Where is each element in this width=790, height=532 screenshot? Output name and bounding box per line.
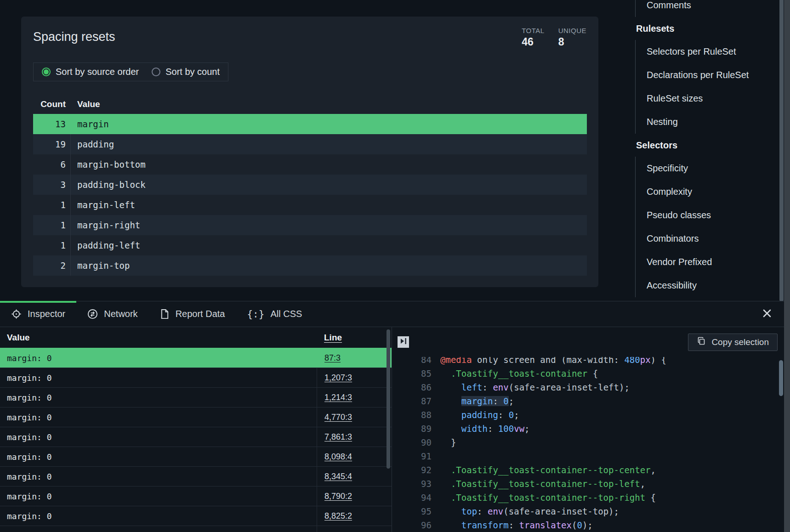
- sidebar-item-comments[interactable]: Comments: [636, 0, 779, 17]
- inspector-row[interactable]: margin: 01,214:3: [0, 387, 392, 407]
- code-token: top: [461, 506, 477, 516]
- code-text: .Toastify__toast-container--top-right {: [440, 491, 656, 504]
- braces-icon: {:}: [247, 309, 264, 320]
- code-token: transform: [461, 520, 509, 530]
- sidebar-item-combinators[interactable]: Combinators: [636, 227, 779, 250]
- code-token: ;: [509, 396, 514, 406]
- line-link[interactable]: 1,207:3: [324, 373, 352, 383]
- spacing-count-cell: 19: [33, 139, 66, 149]
- spacing-count-cell: 6: [33, 159, 66, 170]
- inspector-line-cell: 8,825:2: [317, 506, 392, 526]
- inspector-line-cell: 4,770:3: [317, 407, 392, 427]
- close-icon: [762, 308, 772, 320]
- sidebar-item-pseudo-classes[interactable]: Pseudo classes: [636, 204, 779, 227]
- line-link[interactable]: 1,214:3: [324, 393, 352, 402]
- sidebar-item-vendor-prefixed[interactable]: Vendor Prefixed: [636, 250, 779, 274]
- inspector-value-cell: margin: 0: [0, 407, 317, 427]
- inspector-row[interactable]: margin: 08,790:2: [0, 486, 392, 506]
- tab-network[interactable]: Network: [76, 301, 148, 327]
- code-scrollbar[interactable]: [779, 360, 783, 396]
- spacing-row-padding-block[interactable]: 3padding-block: [33, 175, 587, 195]
- stat-total: TOTAL 46: [522, 27, 544, 48]
- spacing-value-cell: margin-bottom: [70, 154, 587, 175]
- inspector-value-cell: [0, 526, 317, 532]
- close-panel-button[interactable]: [760, 307, 774, 321]
- spacing-row-padding[interactable]: 19padding: [33, 134, 587, 154]
- value-column-header: Value: [70, 94, 587, 114]
- spacing-value-cell: padding-left: [70, 235, 587, 255]
- inspector-row[interactable]: margin: 08,825:2: [0, 506, 392, 526]
- inspector-row[interactable]: margin: 08,345:4: [0, 466, 392, 486]
- expand-panel-icon: [399, 337, 407, 347]
- code-token: [440, 479, 451, 489]
- sidebar-item-nesting[interactable]: Nesting: [636, 110, 779, 134]
- code-token: {: [645, 492, 656, 503]
- line-link[interactable]: 8,790:2: [324, 492, 352, 501]
- code-token: margin: [461, 396, 493, 406]
- code-line-89: 89 width: 100vw;: [392, 422, 784, 436]
- inspector-line-cell: 7,861:3: [317, 427, 392, 447]
- line-link[interactable]: 8,345:4: [324, 472, 352, 481]
- count-column-header: Count: [33, 99, 66, 109]
- sidebar-item-declarations-per-ruleset[interactable]: Declarations per RuleSet: [636, 63, 779, 87]
- sidebar-item-specificity[interactable]: Specificity: [636, 157, 779, 180]
- line-link[interactable]: 8,098:4: [324, 452, 352, 462]
- sidebar-scrollbar[interactable]: [779, 0, 784, 302]
- spacing-row-margin-left[interactable]: 1margin-left: [33, 195, 587, 215]
- code-text: .Toastify__toast-container--top-left,: [440, 477, 645, 491]
- code-token: width: [461, 424, 488, 434]
- code-token: [440, 506, 461, 516]
- sort-by-count-label: Sort by count: [165, 67, 220, 77]
- radio-unselected-icon: [152, 68, 160, 76]
- expand-panel-button[interactable]: [398, 336, 409, 348]
- spacing-row-margin-top[interactable]: 2margin-top: [33, 255, 587, 276]
- spacing-resets-card: Spacing resets TOTAL 46 UNIQUE 8 Sort by…: [21, 17, 598, 287]
- tab-inspector[interactable]: Inspector: [0, 301, 76, 327]
- inspector-row[interactable]: margin: 087:3: [0, 348, 392, 368]
- line-link[interactable]: 4,770:3: [324, 413, 352, 422]
- inspector-value-cell: margin: 0: [0, 368, 317, 387]
- inspector-row[interactable]: margin: 07,861:3: [0, 427, 392, 447]
- sidebar-item-complexity[interactable]: Complexity: [636, 180, 779, 204]
- code-line-90: 90 }: [392, 436, 784, 449]
- spacing-count-cell: 3: [33, 180, 66, 190]
- spacing-row-margin-right[interactable]: 1margin-right: [33, 215, 587, 235]
- code-token: ;: [514, 410, 519, 420]
- spacing-row-margin[interactable]: 13margin: [33, 114, 587, 134]
- sidebar-group: Comments: [625, 0, 779, 17]
- sidebar-item-selectors-per-ruleset[interactable]: Selectors per RuleSet: [636, 40, 779, 63]
- code-viewer: Copy selection 84@media only screen and …: [392, 327, 784, 532]
- inspector-row[interactable]: margin: 08,098:4: [0, 447, 392, 466]
- radio-selected-icon: [42, 68, 51, 76]
- spacing-value-cell: padding: [70, 134, 587, 154]
- sidebar-item-ruleset-sizes[interactable]: RuleSet sizes: [636, 87, 779, 110]
- spacing-row-padding-left[interactable]: 1padding-left: [33, 235, 587, 255]
- inspector-row[interactable]: margin: 01,207:3: [0, 368, 392, 387]
- code-line-85: 85 .Toastify__toast-container {: [392, 367, 784, 380]
- spacing-count-cell: 1: [33, 220, 66, 230]
- sidebar-item-accessibility[interactable]: Accessibility: [636, 274, 779, 297]
- code-token: .Toastify__toast-container--top-center: [451, 465, 651, 475]
- copy-selection-button[interactable]: Copy selection: [688, 334, 778, 351]
- sidebar-section-header-selectors[interactable]: Selectors: [625, 134, 779, 157]
- code-token: env: [493, 382, 508, 392]
- spacing-table-header: Count Value: [33, 94, 587, 114]
- inspector-line-cell: [317, 526, 392, 532]
- inspector-table-scrollbar[interactable]: [386, 329, 390, 469]
- window-scrollbar[interactable]: [784, 0, 790, 532]
- sort-by-count-radio[interactable]: Sort by count: [152, 67, 220, 77]
- line-link[interactable]: 7,861:3: [324, 432, 352, 442]
- line-link[interactable]: 8,825:2: [324, 511, 352, 521]
- sort-by-source-order-radio[interactable]: Sort by source order: [42, 67, 139, 77]
- tab-all-css[interactable]: {:}All CSS: [236, 301, 313, 327]
- inspector-row[interactable]: margin: 04,770:3: [0, 407, 392, 427]
- inspector-line-column-header[interactable]: Line: [324, 333, 342, 343]
- spacing-row-margin-bottom[interactable]: 6margin-bottom: [33, 154, 587, 175]
- line-link[interactable]: 87:3: [324, 353, 341, 363]
- code-text: @media only screen and (max-width: 480px…: [440, 357, 666, 367]
- tab-label-report-data: Report Data: [176, 309, 225, 319]
- code-token: :: [483, 382, 493, 392]
- spacing-value-cell: margin-left: [70, 195, 587, 215]
- tab-report-data[interactable]: Report Data: [149, 301, 236, 327]
- sidebar-section-header-rulesets[interactable]: Rulesets: [625, 17, 779, 40]
